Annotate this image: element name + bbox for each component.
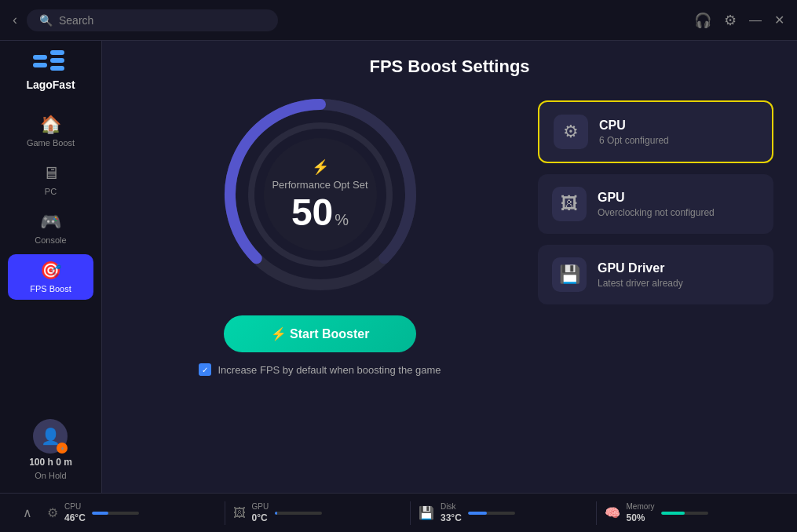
cards-panel: ⚙ CPU 6 Opt configured 🖼 GPU Overclockin…: [538, 93, 773, 485]
cpu-card[interactable]: ⚙ CPU 6 Opt configured: [538, 100, 773, 163]
sidebar-item-console[interactable]: 🎮 Console: [0, 204, 101, 253]
status-gpu: 🖼 GPU 0°C: [225, 502, 411, 523]
logo: LagoFast: [26, 49, 75, 91]
svg-rect-1: [33, 63, 47, 67]
search-label: Search: [59, 14, 93, 27]
back-button[interactable]: ‹: [13, 12, 17, 28]
fps-checkbox[interactable]: ✓: [199, 363, 211, 376]
sidebar: LagoFast 🏠 Game Boost 🖥 PC 🎮 Console 🎯 F…: [0, 41, 102, 493]
status-cpu-label: CPU: [64, 502, 86, 511]
status-cpu-icon: ⚙: [47, 505, 58, 520]
status-disk-bar: [468, 512, 515, 515]
game-boost-icon: 🏠: [40, 115, 61, 135]
support-icon[interactable]: 🎧: [694, 12, 711, 29]
status-memory-bar-fill: [661, 512, 685, 515]
checkbox-label: Increase FPS by default when boosting th…: [218, 364, 441, 376]
cpu-card-info: CPU 6 Opt configured: [599, 118, 758, 146]
status-cpu-bar: [92, 512, 139, 515]
settings-icon[interactable]: ⚙: [724, 12, 737, 29]
user-time: 100 h 0 m: [29, 457, 72, 468]
gauge-center: ⚡ Performance Opt Set 50 %: [272, 159, 367, 231]
topbar: ‹ 🔍 Search 🎧 ⚙ — ✕: [0, 0, 797, 41]
logo-image: [31, 49, 69, 77]
status-memory-value: 50%: [627, 512, 655, 523]
search-icon: 🔍: [39, 14, 53, 27]
fps-boost-label: FPS Boost: [30, 284, 71, 293]
status-gpu-value: 0°C: [252, 512, 269, 523]
status-memory-icon: 🧠: [605, 505, 620, 520]
checkbox-row: ✓ Increase FPS by default when boosting …: [199, 363, 441, 376]
cpu-card-title: CPU: [599, 118, 758, 133]
user-status: On Hold: [35, 471, 66, 480]
content-body: ⚡ Performance Opt Set 50 % ⚡ Start Boost…: [126, 93, 773, 485]
svg-rect-3: [50, 58, 64, 63]
status-memory-bar: [661, 512, 708, 515]
gauge-value: 50: [291, 194, 333, 231]
status-disk-icon: 💾: [419, 505, 434, 520]
sidebar-item-pc[interactable]: 🖥 PC: [0, 155, 101, 204]
status-disk: 💾 Disk 33°C: [411, 502, 596, 523]
status-disk-value: 33°C: [441, 512, 462, 523]
status-memory: 🧠 Memory 50%: [597, 502, 782, 523]
topbar-actions: 🎧 ⚙ — ✕: [694, 12, 784, 29]
gpu-card-title: GPU: [598, 191, 759, 205]
pc-label: PC: [45, 187, 57, 196]
svg-rect-4: [50, 66, 64, 71]
page-title: FPS Boost Settings: [126, 56, 773, 77]
start-booster-button[interactable]: ⚡ Start Booster: [224, 315, 417, 352]
close-button[interactable]: ✕: [774, 13, 784, 27]
sidebar-user: 👤 ♦ 100 h 0 m On Hold: [29, 406, 72, 493]
console-icon: 🎮: [40, 212, 61, 232]
gpu-card-info: GPU Overclocking not configured: [598, 191, 759, 218]
logo-text: LagoFast: [26, 78, 75, 91]
status-cpu: ⚙ CPU 46°C: [39, 502, 225, 523]
fps-boost-icon: 🎯: [40, 261, 61, 281]
cpu-card-icon: ⚙: [554, 115, 588, 149]
status-cpu-value: 46°C: [64, 512, 86, 523]
main-layout: LagoFast 🏠 Game Boost 🖥 PC 🎮 Console 🎯 F…: [0, 41, 797, 493]
svg-rect-2: [50, 50, 64, 55]
svg-rect-0: [33, 55, 47, 60]
status-cpu-bar-fill: [92, 512, 108, 515]
status-gpu-label: GPU: [252, 502, 269, 511]
gauge-percent: %: [335, 211, 349, 229]
cpu-card-subtitle: 6 Opt configured: [599, 135, 758, 146]
status-gpu-bar-fill: [275, 512, 277, 515]
gauge-wrapper: ⚡ Performance Opt Set 50 %: [218, 93, 422, 297]
gpu-driver-card-subtitle: Latest driver already: [598, 278, 759, 289]
status-disk-bar-fill: [468, 512, 487, 515]
gauge-area: ⚡ Performance Opt Set 50 % ⚡ Start Boost…: [126, 93, 514, 485]
user-avatar[interactable]: 👤 ♦: [33, 419, 68, 454]
gpu-driver-card-title: GPU Driver: [598, 261, 759, 275]
pc-icon: 🖥: [42, 163, 60, 184]
sidebar-item-fps-boost[interactable]: 🎯 FPS Boost: [8, 254, 93, 300]
lightning-icon: ⚡: [312, 159, 329, 176]
gpu-card-subtitle: Overclocking not configured: [598, 207, 759, 218]
minimize-button[interactable]: —: [749, 13, 762, 27]
status-memory-info: Memory 50%: [627, 502, 655, 523]
chevron-up-icon: ∧: [23, 505, 32, 520]
sidebar-item-game-boost[interactable]: 🏠 Game Boost: [0, 107, 101, 155]
content-area: FPS Boost Settings: [102, 41, 797, 493]
gpu-card-icon: 🖼: [552, 187, 587, 221]
gauge-value-row: 50 %: [291, 194, 349, 231]
status-gpu-icon: 🖼: [233, 506, 246, 520]
game-boost-label: Game Boost: [27, 138, 75, 148]
gpu-driver-card-info: GPU Driver Latest driver already: [598, 261, 759, 289]
status-gpu-info: GPU 0°C: [252, 502, 269, 523]
user-badge: ♦: [57, 443, 68, 454]
status-memory-label: Memory: [627, 502, 655, 511]
statusbar-expand-button[interactable]: ∧: [16, 505, 39, 520]
status-cpu-info: CPU 46°C: [64, 502, 86, 523]
status-disk-label: Disk: [441, 502, 462, 511]
gpu-card[interactable]: 🖼 GPU Overclocking not configured: [538, 174, 773, 234]
search-bar[interactable]: 🔍 Search: [27, 9, 278, 31]
avatar-icon: 👤: [41, 427, 60, 446]
gpu-driver-card-icon: 💾: [552, 257, 587, 292]
statusbar: ∧ ⚙ CPU 46°C 🖼 GPU 0°C 💾 Disk 33°C: [0, 493, 797, 532]
gauge-label: Performance Opt Set: [272, 179, 367, 191]
console-label: Console: [35, 235, 66, 245]
status-gpu-bar: [275, 512, 322, 515]
status-disk-info: Disk 33°C: [441, 502, 462, 523]
gpu-driver-card[interactable]: 💾 GPU Driver Latest driver already: [538, 245, 773, 304]
